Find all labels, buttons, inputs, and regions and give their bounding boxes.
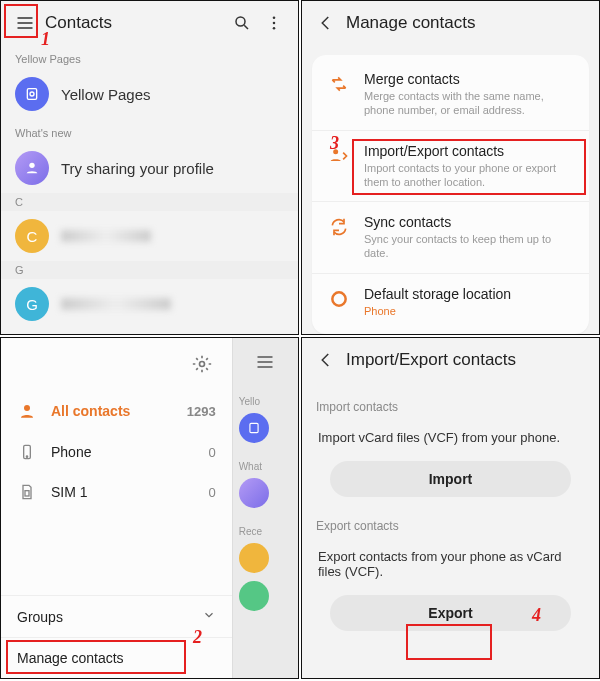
import-section-label: Import contacts xyxy=(302,382,599,418)
groups-label: Groups xyxy=(17,609,63,625)
yellow-pages-row[interactable]: Yellow Pages xyxy=(1,69,298,119)
import-desc: Import vCard files (VCF) from your phone… xyxy=(302,418,599,457)
merge-icon xyxy=(328,73,350,95)
svg-point-8 xyxy=(332,292,345,305)
section-c: C xyxy=(1,193,298,211)
svg-rect-4 xyxy=(27,89,36,100)
phone-label: Phone xyxy=(51,444,91,460)
sim-icon xyxy=(17,484,37,500)
gear-icon[interactable] xyxy=(186,348,218,380)
bg-avatar-g xyxy=(239,581,269,611)
profile-share-icon xyxy=(15,151,49,185)
storage-icon xyxy=(328,288,350,310)
try-sharing-row[interactable]: Try sharing your profile xyxy=(1,143,298,193)
merge-title: Merge contacts xyxy=(364,71,573,87)
chevron-down-icon xyxy=(202,608,216,625)
bg-section-yellow: Yello xyxy=(233,378,298,409)
svg-point-5 xyxy=(30,92,34,96)
person-icon xyxy=(17,402,37,420)
svg-point-3 xyxy=(273,27,276,30)
svg-rect-9 xyxy=(250,423,258,432)
svg-point-7 xyxy=(333,149,338,154)
sync-contacts-row[interactable]: Sync contacts Sync your contacts to keep… xyxy=(312,201,589,273)
svg-point-0 xyxy=(236,17,245,26)
svg-point-10 xyxy=(199,362,204,367)
yellow-pages-icon xyxy=(15,77,49,111)
phone-row[interactable]: Phone 0 xyxy=(1,432,232,472)
contact-name-blurred xyxy=(61,298,171,310)
contact-row-c[interactable]: C xyxy=(1,211,298,261)
import-export-icon xyxy=(328,145,350,167)
background-list: Yello What Rece xyxy=(233,338,298,678)
contact-row-g[interactable]: G xyxy=(1,279,298,329)
avatar-g-letter: G xyxy=(26,296,38,313)
yellow-pages-label: Yellow Pages xyxy=(61,86,151,103)
back-icon[interactable] xyxy=(310,7,342,39)
svg-point-11 xyxy=(24,405,30,411)
sync-title: Sync contacts xyxy=(364,214,573,230)
page-title: Import/Export contacts xyxy=(346,350,591,370)
svg-rect-14 xyxy=(25,491,29,496)
panel-drawer: Yello What Rece All contacts 1293 xyxy=(0,337,299,679)
all-contacts-label: All contacts xyxy=(51,403,130,419)
merge-contacts-row[interactable]: Merge contacts Merge contacts with the s… xyxy=(312,59,589,130)
svg-point-6 xyxy=(29,163,34,168)
search-icon[interactable] xyxy=(226,7,258,39)
try-sharing-label: Try sharing your profile xyxy=(61,160,214,177)
sim-row[interactable]: SIM 1 0 xyxy=(1,472,232,512)
export-desc: Export contacts from your phone as vCard… xyxy=(302,537,599,591)
header: Import/Export contacts xyxy=(302,338,599,382)
all-contacts-row[interactable]: All contacts 1293 xyxy=(1,390,232,432)
manage-card: Merge contacts Merge contacts with the s… xyxy=(312,55,589,334)
groups-row[interactable]: Groups xyxy=(1,596,232,637)
all-contacts-count: 1293 xyxy=(187,404,216,419)
avatar-c-letter: C xyxy=(27,228,38,245)
contact-name-blurred xyxy=(61,230,151,242)
avatar-g: G xyxy=(15,287,49,321)
import-export-title: Import/Export contacts xyxy=(364,143,573,159)
more-icon[interactable] xyxy=(258,7,290,39)
bg-yellow-pages-icon xyxy=(239,413,269,443)
sync-desc: Sync your contacts to keep them up to da… xyxy=(364,232,573,261)
page-title: Manage contacts xyxy=(346,13,591,33)
bg-section-rece: Rece xyxy=(233,512,298,539)
sim-label: SIM 1 xyxy=(51,484,88,500)
bg-section-what: What xyxy=(233,447,298,474)
merge-desc: Merge contacts with the same name, phone… xyxy=(364,89,573,118)
export-button-label: Export xyxy=(428,605,472,621)
phone-icon xyxy=(17,444,37,460)
manage-contacts-row[interactable]: Manage contacts xyxy=(1,638,232,678)
import-button-label: Import xyxy=(429,471,473,487)
default-storage-row[interactable]: Default storage location Phone xyxy=(312,273,589,330)
import-export-desc: Import contacts to your phone or export … xyxy=(364,161,573,190)
header: Contacts xyxy=(1,1,298,45)
bg-hamburger-icon xyxy=(233,346,298,378)
drawer: All contacts 1293 Phone 0 SIM 1 0 Grou xyxy=(1,338,233,678)
svg-point-1 xyxy=(273,16,276,19)
bg-avatar-c xyxy=(239,543,269,573)
panel-import-export: Import/Export contacts Import contacts I… xyxy=(301,337,600,679)
export-button[interactable]: Export xyxy=(330,595,571,631)
storage-title: Default storage location xyxy=(364,286,511,302)
export-section-label: Export contacts xyxy=(302,511,599,537)
svg-point-2 xyxy=(273,22,276,25)
hamburger-icon[interactable] xyxy=(9,7,41,39)
bg-profile-icon xyxy=(239,478,269,508)
import-export-row[interactable]: Import/Export contacts Import contacts t… xyxy=(312,130,589,202)
header: Manage contacts xyxy=(302,1,599,45)
avatar-c: C xyxy=(15,219,49,253)
storage-value: Phone xyxy=(364,304,511,318)
page-title: Contacts xyxy=(45,13,226,33)
sim-count: 0 xyxy=(208,485,215,500)
section-whats-new: What's new xyxy=(1,119,298,143)
section-g: G xyxy=(1,261,298,279)
phone-count: 0 xyxy=(208,445,215,460)
back-icon[interactable] xyxy=(310,344,342,376)
panel-contacts-list: Contacts Yellow Pages Yellow Pages What'… xyxy=(0,0,299,335)
import-button[interactable]: Import xyxy=(330,461,571,497)
panel-manage-contacts: Manage contacts Merge contacts Merge con… xyxy=(301,0,600,335)
svg-point-13 xyxy=(26,456,27,457)
sync-icon xyxy=(328,216,350,238)
manage-contacts-label: Manage contacts xyxy=(17,650,124,666)
section-yellow-pages: Yellow Pages xyxy=(1,45,298,69)
